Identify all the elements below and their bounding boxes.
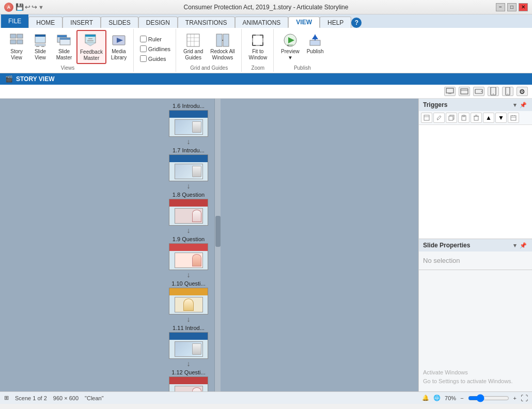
app-icon: A [4,3,13,12]
svg-text:▼: ▼ [287,44,289,47]
grid-status-icon[interactable]: ⊞ [4,395,9,401]
trigger-calendar-btn[interactable] [508,113,519,123]
feedback-master-button[interactable]: FeedbackMaster [76,30,106,64]
preview-button[interactable]: ▼ Preview▼ [278,30,303,63]
save-icon[interactable]: 💾 [15,3,24,11]
story-view-label: StoryView [10,49,22,61]
slide-item-1-10[interactable]: 1.10 Questi... ↓ [169,280,208,324]
slide-properties-title: Slide Properties [423,242,470,249]
slide-item-1-6[interactable]: 1.6 Introdu... ↓ [169,103,208,146]
svg-rect-19 [187,34,199,46]
fit-window-icon [249,32,266,49]
tablet-v-view-btn[interactable] [488,87,499,96]
zoom-out-icon[interactable]: − [460,395,463,401]
trigger-paste-btn[interactable] [458,113,470,123]
tab-slides[interactable]: SLIDES [101,17,138,28]
slide-thumb-1-7[interactable] [169,154,208,181]
theme-info: "Clean" [85,395,104,401]
slide-arrow-1-8: ↓ [187,227,191,234]
slide-props-dropdown-icon[interactable]: ▾ [512,242,518,249]
publish-button[interactable]: Publish [304,30,327,57]
undo-icon[interactable]: ↩ [25,3,30,11]
slide-item-1-11[interactable]: 1.11 Introd... ↓ [169,325,208,368]
trigger-edit-btn[interactable] [433,113,445,123]
slide-thumb-1-6[interactable] [169,110,208,137]
ruler-input[interactable] [140,36,147,42]
slide-properties-icons: ▾ 📌 [512,242,528,249]
slide-item-1-7[interactable]: 1.7 Introdu... ↓ [169,147,208,191]
slide-thumb-1-8[interactable] [169,199,208,226]
gridlines-checkbox[interactable]: Gridlines [139,45,171,53]
triggers-content-area [419,125,532,239]
tab-transitions[interactable]: TRANSITIONS [178,17,235,28]
slide-master-icon [56,32,72,49]
slide-view-icon [32,32,49,49]
tab-design[interactable]: DESIGN [138,17,178,28]
grid-guides-button[interactable]: Grid andGuides [180,30,206,63]
triggers-header: Triggers ▾ 📌 [419,99,532,111]
slide-thumb-1-10[interactable] [169,288,208,314]
svg-rect-63 [511,116,516,120]
window-view-btn[interactable] [459,87,470,96]
phone-view-btn[interactable] [502,87,513,96]
fit-screen-icon[interactable]: ⛶ [521,394,528,402]
slide-thumb-1-12[interactable] [169,376,208,391]
scrollbar-thumb[interactable] [215,216,221,247]
help-icon[interactable]: ? [351,18,362,28]
zoom-in-icon[interactable]: + [513,395,517,401]
svg-rect-44 [448,93,451,94]
tab-animations[interactable]: ANIMATIONS [235,17,289,28]
slide-panel-scrollbar[interactable] [214,99,221,391]
maximize-button[interactable]: □ [507,3,517,11]
tab-file[interactable]: FILE [1,14,28,28]
trigger-new-btn[interactable] [421,113,432,123]
bell-icon[interactable]: 🔔 [422,395,429,401]
story-view-button[interactable]: StoryView [5,30,28,63]
grid-guides-label: Grid andGuides [183,49,203,61]
trigger-delete-btn[interactable] [471,113,482,123]
gridlines-input[interactable] [140,45,147,52]
slide-panel[interactable]: 1.6 Introdu... ↓ 1.7 Introdu... [163,99,214,391]
redo-icon[interactable]: ↪ [32,3,37,11]
svg-rect-53 [424,115,429,120]
monitor-view-btn[interactable] [444,87,456,96]
minimize-button[interactable]: − [496,3,505,11]
slide-item-1-8[interactable]: 1.8 Question ↓ [169,192,208,235]
guides-checkbox[interactable]: Guides [139,55,167,62]
status-right: 🔔 🌐 70% − + ⛶ [422,394,528,402]
tablet-h-view-btn[interactable] [473,87,484,96]
quick-access-dropdown[interactable]: ▼ [38,4,44,10]
status-bar: ⊞ Scene 1 of 2 960 × 600 "Clean" 🔔 🌐 70%… [0,391,532,404]
close-button[interactable]: ✕ [519,3,528,11]
tab-insert[interactable]: INSERT [62,17,101,28]
slide-props-pin-icon[interactable]: 📌 [519,242,528,249]
tab-view[interactable]: VIEW [288,17,320,28]
slide-item-1-9[interactable]: 1.9 Question ↓ [169,236,208,279]
ruler-checkbox[interactable]: Ruler [139,35,163,43]
slide-view-button[interactable]: SlideView [29,30,52,63]
fit-to-window-button[interactable]: Fit toWindow [246,30,271,63]
slide-thumb-1-11[interactable] [169,332,208,359]
slide-label-1-11: 1.11 Introd... [173,325,205,331]
views-group-label: Views [61,64,75,71]
redock-windows-button[interactable]: Redock AllWindows [207,30,238,63]
trigger-down-btn[interactable]: ▼ [495,113,507,123]
trigger-up-btn[interactable]: ▲ [483,113,494,123]
slide-label-1-6: 1.6 Introdu... [173,103,205,109]
slide-label-1-10: 1.10 Questi... [171,280,205,287]
zoom-slider[interactable] [468,394,509,402]
slide-item-1-12[interactable]: 1.12 Questi... ↓ [169,369,208,391]
title-text: Consumer Protection Act, 2019_1.story - … [184,4,349,11]
trigger-copy-btn[interactable] [446,113,457,123]
triggers-pin-icon[interactable]: 📌 [519,102,528,108]
guides-input[interactable] [140,55,147,62]
globe-icon[interactable]: 🌐 [433,395,441,401]
settings-gear-btn[interactable]: ⚙ [517,87,528,96]
media-library-button[interactable]: MediaLibrary [107,30,130,63]
slide-thumb-1-9[interactable] [169,243,208,270]
tab-home[interactable]: HOME [28,17,62,28]
activate-windows-line1: Activate Windows [423,368,528,377]
slide-master-button[interactable]: SlideMaster [53,30,75,63]
tab-help[interactable]: HELP [320,17,351,28]
triggers-dropdown-icon[interactable]: ▾ [512,102,518,108]
